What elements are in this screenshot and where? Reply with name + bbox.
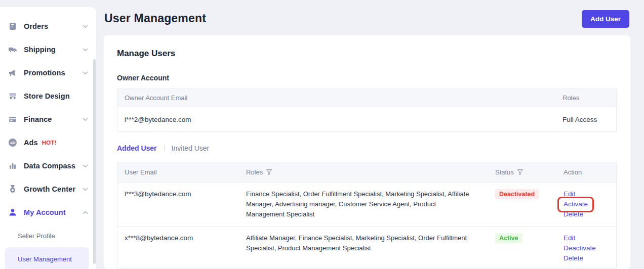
manage-users-card: Manage Users Owner Account Owner Account…	[104, 35, 630, 269]
finance-icon	[8, 115, 17, 124]
owner-col-roles: Roles	[555, 89, 616, 107]
roles-filter-icon[interactable]	[266, 169, 272, 175]
owner-email-value: l***2@bytedance.com	[117, 107, 555, 131]
sidebar-item-promotions[interactable]: Promotions	[0, 61, 96, 84]
sidebar-subitem-label: User Management	[18, 255, 72, 263]
sidebar-item-growth-center[interactable]: Growth Center	[0, 177, 96, 201]
col-action-label: Action	[564, 168, 582, 176]
edit-link[interactable]: Edit	[564, 233, 611, 243]
status-cell: Active	[488, 227, 556, 268]
owner-account-label: Owner Account	[117, 74, 169, 82]
hot-badge: HOT!	[42, 140, 57, 146]
sidebar-item-label: Finance	[24, 115, 52, 123]
col-user-email: User Email	[117, 162, 239, 182]
sidebar-item-label: My Account	[24, 208, 66, 216]
sidebar-item-my-account[interactable]: My Account	[0, 201, 96, 224]
chevron-down-icon	[83, 48, 88, 52]
chevron-down-icon	[83, 71, 88, 75]
user-roles-value: Finance Specialist, Order Fulfillment Sp…	[239, 183, 481, 226]
owner-col-email: Owner Account Email	[117, 89, 555, 107]
promotions-icon	[8, 68, 17, 77]
status-cell: Deactivated	[488, 183, 556, 226]
chevron-down-icon	[83, 188, 88, 191]
store-design-icon	[8, 92, 17, 101]
deactivate-link[interactable]: Deactivate	[564, 243, 611, 253]
status-badge: Deactivated	[495, 189, 539, 199]
sidebar-item-store-design[interactable]: Store Design	[0, 84, 96, 108]
sidebar-item-label: Growth Center	[24, 185, 75, 193]
activate-link[interactable]: Activate	[564, 200, 588, 208]
sidebar-item-shipping[interactable]: Shipping	[0, 38, 96, 61]
table-row: l***3@bytedance.com Finance Specialist, …	[117, 183, 616, 226]
user-email-value: x***8@bytedance.com	[117, 227, 239, 268]
sidebar-item-label: Orders	[24, 22, 48, 30]
tab-added-user[interactable]: Added User	[117, 144, 157, 152]
owner-roles-value: Full Access	[555, 107, 616, 131]
action-cell: Edit Deactivate Delete	[556, 227, 616, 268]
col-roles-label: Roles	[246, 168, 263, 176]
sidebar-item-orders[interactable]: Orders	[0, 15, 96, 38]
sidebar-item-finance[interactable]: Finance	[0, 108, 96, 131]
col-action: Action	[556, 162, 616, 182]
col-status-label: Status	[495, 168, 514, 176]
sidebar-item-label: Shipping	[24, 46, 56, 54]
ads-icon: AD	[8, 138, 17, 147]
col-status: Status	[488, 162, 556, 182]
delete-link[interactable]: Delete	[564, 253, 611, 263]
owner-table-header: Owner Account Email Roles	[117, 89, 616, 107]
data-compass-icon	[8, 161, 17, 170]
sidebar-item-data-compass[interactable]: Data Compass	[0, 154, 96, 177]
sidebar-item-label: Data Compass	[24, 162, 75, 170]
user-tabs: Added User Invited User	[117, 143, 209, 153]
col-roles: Roles	[239, 162, 488, 182]
svg-text:AD: AD	[10, 141, 15, 145]
owner-table-row: l***2@bytedance.com Full Access	[117, 107, 616, 131]
orders-icon	[8, 22, 17, 31]
sidebar-item-label: Ads	[24, 139, 38, 147]
tab-divider	[164, 145, 165, 151]
sidebar-item-label: Promotions	[24, 69, 65, 77]
status-badge: Active	[495, 233, 522, 243]
sidebar-item-ads[interactable]: AD Ads HOT!	[0, 131, 96, 154]
sidebar-item-label: Store Design	[24, 92, 70, 100]
owner-account-table: Owner Account Email Roles l***2@bytedanc…	[117, 88, 617, 132]
growth-center-icon	[8, 185, 17, 194]
col-user-email-label: User Email	[125, 168, 157, 176]
status-filter-icon[interactable]	[517, 169, 524, 175]
my-account-icon	[8, 208, 17, 217]
users-table-header: User Email Roles Status Action	[117, 162, 616, 183]
table-row: x***8@bytedance.com Affiliate Manager, F…	[117, 226, 616, 268]
card-title: Manage Users	[117, 49, 175, 59]
sidebar-scrollbar[interactable]	[93, 59, 96, 264]
sidebar-item-user-management[interactable]: User Management	[5, 247, 89, 269]
added-users-table: User Email Roles Status Action l***3@byt…	[117, 162, 617, 269]
chevron-down-icon	[83, 25, 88, 28]
sidebar: Orders Shipping Promotions Store Design	[0, 7, 96, 269]
add-user-button[interactable]: Add User	[582, 10, 629, 28]
sidebar-subitem-label: Seller Profile	[18, 232, 55, 240]
page-title: User Management	[104, 12, 206, 25]
user-email-value: l***3@bytedance.com	[117, 183, 239, 226]
chevron-down-icon	[83, 164, 88, 168]
chevron-up-icon	[83, 211, 88, 214]
tab-invited-user[interactable]: Invited User	[172, 144, 210, 152]
sidebar-item-seller-profile[interactable]: Seller Profile	[5, 224, 89, 247]
chevron-down-icon	[83, 118, 88, 121]
user-roles-value: Affiliate Manager, Finance Specialist, M…	[239, 227, 481, 268]
shipping-icon	[8, 45, 17, 54]
action-cell: Edit Activate Delete	[556, 183, 616, 226]
